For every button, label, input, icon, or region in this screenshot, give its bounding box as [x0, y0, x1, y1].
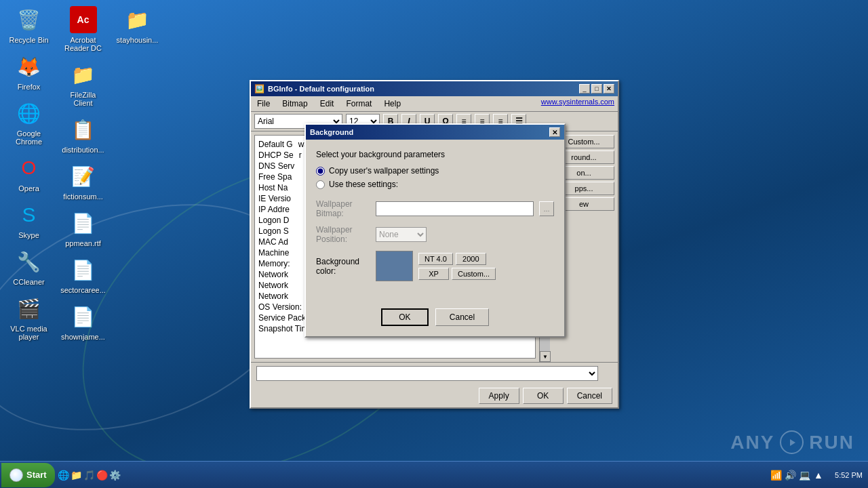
anyrun-watermark: ANY RUN	[730, 430, 854, 454]
dialog-cancel-button[interactable]: Cancel	[435, 308, 489, 326]
minimize-button[interactable]: _	[579, 84, 590, 94]
ok-button[interactable]: OK	[523, 388, 564, 404]
media-quick-launch[interactable]: 🎵	[84, 470, 95, 481]
apply-button[interactable]: Apply	[479, 388, 519, 404]
desktop-icon-ccleaner[interactable]: 🔧 CCleaner	[3, 245, 54, 289]
wallpaper-browse-button[interactable]: ...	[539, 201, 554, 216]
shownjame-label: shownjame...	[61, 333, 105, 341]
radio-copy-label: Copy user's wallpaper settings	[329, 166, 439, 176]
xp-button[interactable]: XP	[418, 268, 449, 280]
volume-tray-icon: 🔊	[785, 470, 795, 481]
wallpaper-bitmap-input[interactable]	[376, 201, 534, 216]
desktop-icon-sectorcaree[interactable]: 📄 sectorcaree...	[58, 253, 108, 297]
menu-format[interactable]: Format	[343, 98, 374, 110]
desktop-icon-filezilla[interactable]: 📁 FileZilla Client	[58, 58, 108, 110]
start-label: Start	[26, 470, 47, 480]
desktop-icon-stayhousin[interactable]: 📁 stayhousin...	[112, 3, 163, 47]
background-color-label: Background color:	[316, 257, 370, 276]
wallpaper-bitmap-label: Wallpaper Bitmap:	[316, 199, 370, 218]
dialog-body: Select your background parameters Copy u…	[306, 140, 564, 302]
desktop-icon-acrobat[interactable]: Ac Acrobat Reader DC	[58, 3, 108, 55]
dialog-ok-button[interactable]: OK	[381, 308, 429, 326]
security-quick-launch[interactable]: 🔴	[97, 470, 108, 481]
filezilla-label: FileZilla Client	[60, 91, 106, 107]
shownjame-icon: 📄	[70, 303, 97, 330]
stayhousin-label: stayhousin...	[117, 36, 159, 44]
desktop-icon-vlc[interactable]: 🎬 VLC media player	[3, 292, 54, 344]
radio-settings-label: Use these settings:	[329, 180, 398, 189]
settings-quick-launch[interactable]: ⚙️	[110, 470, 121, 481]
color-buttons: NT 4.0 2000 XP Custom...	[418, 253, 496, 280]
sectorcaree-icon: 📄	[70, 256, 97, 283]
desktop-icons-col2: Ac Acrobat Reader DC 📁 FileZilla Client …	[58, 3, 108, 344]
desktop-icon-distribution[interactable]: 📋 distribution...	[58, 113, 108, 157]
close-button[interactable]: ✕	[604, 84, 614, 94]
start-button[interactable]: Start	[1, 463, 55, 487]
sysinternals-link[interactable]: www.sysinternals.com	[541, 98, 614, 110]
fictionsum-icon: 📝	[70, 163, 97, 190]
bginfo-window-controls: _ □ ✕	[579, 84, 614, 94]
acrobat-icon: Ac	[70, 6, 97, 33]
custom-color-button[interactable]: Custom...	[452, 268, 496, 280]
explorer-quick-launch[interactable]: 📁	[71, 470, 82, 481]
desktop-icon-firefox[interactable]: 🦊 Firefox	[3, 50, 54, 94]
fictionsum-label: fictionsum...	[63, 192, 103, 201]
desktop-icon-shownjame[interactable]: 📄 shownjame...	[58, 300, 108, 344]
radio-group: Copy user's wallpaper settings Use these…	[316, 166, 554, 189]
vlc-icon: 🎬	[16, 295, 43, 322]
ppmean-label: ppmean.rtf	[65, 239, 101, 247]
chrome-label: Google Chrome	[6, 129, 52, 146]
ccleaner-icon: 🔧	[16, 248, 43, 275]
sectorcaree-label: sectorcaree...	[60, 286, 106, 294]
color-swatch	[376, 251, 413, 281]
dialog-title: Background	[310, 128, 353, 136]
distribution-icon: 📋	[70, 116, 97, 143]
menu-file[interactable]: File	[254, 98, 273, 110]
anyrun-text: ANY	[730, 432, 774, 453]
desktop-icons-col1: 🗑️ Recycle Bin 🦊 Firefox 🌐 Google Chrome…	[3, 3, 54, 344]
radio-use-settings[interactable]: Use these settings:	[316, 180, 554, 189]
firefox-label: Firefox	[18, 83, 41, 91]
opera-icon: O	[16, 155, 43, 182]
windows-orb-icon	[9, 468, 23, 482]
opera-label: Opera	[18, 184, 39, 192]
taskbar-middle: 🌐 📁 🎵 🔴 ⚙️	[55, 470, 765, 481]
skype-icon: S	[16, 201, 43, 228]
bginfo-titlebar: 🖼️ BGInfo - Default configuration _ □ ✕	[251, 81, 618, 96]
maximize-button[interactable]: □	[591, 84, 602, 94]
field-list-select[interactable]	[256, 366, 598, 381]
desktop-icon-opera[interactable]: O Opera	[3, 152, 54, 195]
wallpaper-position-select[interactable]: None	[376, 227, 427, 242]
menu-help[interactable]: Help	[381, 98, 403, 110]
radio-settings-input[interactable]	[316, 180, 325, 189]
desktop-icon-ppmean[interactable]: 📄 ppmean.rtf	[58, 207, 108, 250]
cancel-button[interactable]: Cancel	[567, 388, 612, 404]
distribution-label: distribution...	[62, 146, 104, 154]
desktop-icons-col3: 📁 stayhousin...	[112, 3, 163, 47]
desktop: 🗑️ Recycle Bin 🦊 Firefox 🌐 Google Chrome…	[0, 0, 868, 488]
taskbar: Start 🌐 📁 🎵 🔴 ⚙️ 📶 🔊 💻 ▲ 5:52 PM	[0, 461, 868, 488]
menu-edit[interactable]: Edit	[317, 98, 337, 110]
dialog-close-button[interactable]: ✕	[549, 127, 560, 137]
ie-quick-launch[interactable]: 🌐	[58, 470, 69, 481]
radio-copy-input[interactable]	[316, 167, 325, 176]
desktop-icon-chrome[interactable]: 🌐 Google Chrome	[3, 97, 54, 148]
nt40-button[interactable]: NT 4.0	[418, 253, 453, 265]
arrow-tray-icon: ▲	[813, 470, 824, 481]
dialog-titlebar: Background ✕	[306, 125, 564, 140]
desktop-icon-recycle-bin[interactable]: 🗑️ Recycle Bin	[3, 3, 54, 47]
system-tray: 📶 🔊 💻 ▲	[765, 470, 829, 481]
2000-button[interactable]: 2000	[456, 253, 486, 265]
dialog-section-title: Select your background parameters	[316, 150, 554, 159]
taskbar-time: 5:52 PM	[829, 471, 868, 479]
desktop-icon-fictionsum[interactable]: 📝 fictionsum...	[58, 160, 108, 203]
bginfo-title: BGInfo - Default configuration	[268, 85, 374, 93]
desktop-icon-skype[interactable]: S Skype	[3, 199, 54, 242]
stayhousin-icon: 📁	[124, 6, 151, 33]
dialog-footer: OK Cancel	[306, 302, 564, 336]
radio-copy-wallpaper[interactable]: Copy user's wallpaper settings	[316, 166, 554, 176]
firefox-icon: 🦊	[16, 53, 43, 80]
filezilla-icon: 📁	[70, 61, 97, 88]
scroll-down-button[interactable]: ▼	[540, 351, 551, 362]
menu-bitmap[interactable]: Bitmap	[279, 98, 310, 110]
